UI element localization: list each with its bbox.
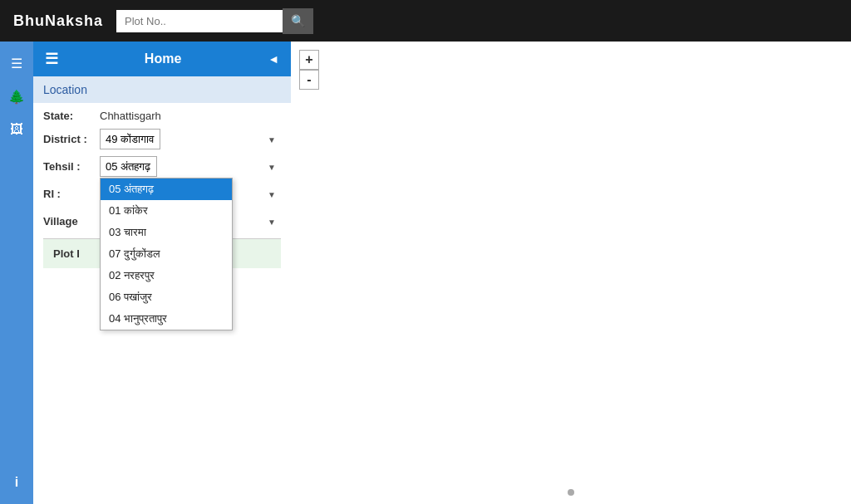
tehsil-option-6[interactable]: 06 पखांजुर [101,286,232,308]
sidebar: ☰ Home ◄ Location State: Chhattisgarh Di… [33,42,291,504]
location-panel: Location [33,76,291,103]
location-label: Location [43,83,87,96]
tehsil-option-1[interactable]: 05 अंतहगढ़ [101,179,232,200]
state-value: Chhattisgarh [100,110,161,122]
tehsil-row: Tehsil : 05 अंतहगढ़ 05 अंतहगढ़ 01 कांकेर… [43,156,281,177]
tehsil-option-5[interactable]: 02 नरहरपुर [101,265,232,286]
tehsil-label: Tehsil : [43,160,100,173]
tehsil-option-2[interactable]: 01 कांकेर [101,200,232,222]
tehsil-option-4[interactable]: 07 दुर्गुकोंडल [101,243,232,265]
sidebar-menu-icon[interactable]: ☰ [45,50,58,68]
map-area: + - [291,42,851,504]
icon-bar: ☰ 🌲 🖼 i [0,42,33,504]
tehsil-dropdown: 05 अंतहगढ़ 01 कांकेर 03 चारमा 07 दुर्गुक… [100,178,233,330]
state-label: State: [43,110,100,122]
sidebar-header: ☰ Home ◄ [33,42,291,76]
sidebar-title: Home [145,51,181,66]
zoom-in-button[interactable]: + [299,50,319,70]
tehsil-option-3[interactable]: 03 चारमा [101,222,232,243]
map-controls: + - [299,50,319,90]
form-body: State: Chhattisgarh District : 49 कोंडाग… [33,103,291,504]
village-label: Village [43,215,100,228]
tehsil-option-7[interactable]: 04 भानुप्रतापुर [101,308,232,330]
district-select-wrapper: 49 कोंडागाव [100,129,281,149]
tehsil-select[interactable]: 05 अंतहगढ़ [100,156,157,177]
district-label: District : [43,133,100,145]
tehsil-select-wrapper: 05 अंतहगढ़ [100,156,281,177]
search-bar: 🔍 [116,8,313,34]
district-select[interactable]: 49 कोंडागाव [100,129,160,149]
zoom-out-button[interactable]: - [299,70,319,90]
icon-bar-image[interactable]: 🖼 [2,115,32,144]
main-layout: ☰ 🌲 🖼 i ☰ Home ◄ Location State: Chhatti… [0,42,851,504]
ri-label: RI : [43,188,100,200]
district-row: District : 49 कोंडागाव [43,129,281,149]
icon-bar-info[interactable]: i [2,467,32,497]
plot-label: Plot I [53,247,80,260]
state-row: State: Chhattisgarh [43,110,281,122]
search-input[interactable] [116,10,283,32]
icon-bar-tree[interactable]: 🌲 [2,81,32,111]
search-button[interactable]: 🔍 [283,8,313,34]
sidebar-chevron-icon[interactable]: ◄ [268,52,279,66]
navbar: BhuNaksha 🔍 [0,0,851,42]
map-bottom-dot [568,489,574,496]
icon-bar-menu[interactable]: ☰ [2,48,32,78]
app-brand: BhuNaksha [13,12,103,30]
search-icon: 🔍 [291,14,305,27]
